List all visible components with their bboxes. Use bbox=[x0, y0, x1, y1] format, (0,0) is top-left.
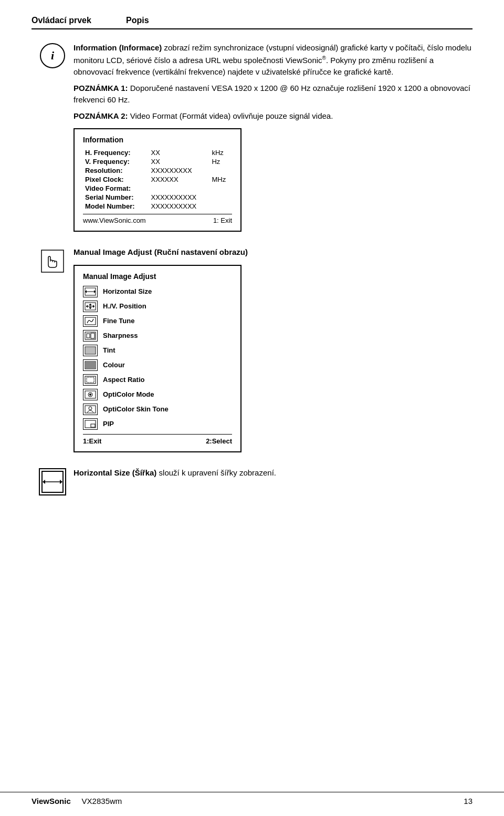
table-row: Serial Number: XXXXXXXXXX bbox=[83, 193, 232, 202]
row-value: XX bbox=[149, 157, 210, 166]
menu-item-label: OptiColor Skin Tone bbox=[103, 405, 169, 413]
menu-item-tint: Tint bbox=[83, 345, 232, 356]
row-unit bbox=[209, 166, 232, 175]
menu-item-label: H./V. Position bbox=[103, 302, 146, 310]
footer-brand: ViewSonic bbox=[32, 797, 71, 805]
icon-cell-hsize bbox=[32, 467, 74, 495]
note1-label: POZNÁMKA 1: bbox=[74, 84, 128, 92]
row-unit: MHz bbox=[209, 175, 232, 184]
menu-item-label: Aspect Ratio bbox=[103, 376, 144, 384]
note2: POZNÁMKA 2: Video Format (Formát videa) … bbox=[74, 110, 472, 122]
menu-footer: 1:Exit 2:Select bbox=[83, 434, 232, 445]
note1-text: Doporučené nastavení VESA 1920 x 1200 @ … bbox=[74, 84, 470, 105]
table-row: V. Frequency: XX Hz bbox=[83, 157, 232, 166]
section-manual-image-adjust: Manual Image Adjust (Ruční nastavení obr… bbox=[32, 246, 472, 452]
svg-point-29 bbox=[89, 407, 92, 410]
hand-icon bbox=[39, 247, 66, 275]
icon-cell-information: i bbox=[32, 42, 74, 68]
information-box: Information H. Frequency: XX kHz V. Freq… bbox=[74, 128, 242, 232]
section-horizontal-size: Horizontal Size (Šířka) slouží k upraven… bbox=[32, 467, 472, 495]
row-value bbox=[149, 184, 210, 193]
information-bold: Information (Informace) bbox=[74, 43, 162, 52]
row-label: Video Format: bbox=[83, 184, 149, 193]
footer-website: www.ViewSonic.com bbox=[83, 216, 146, 224]
infobox-title: Information bbox=[83, 136, 232, 144]
manual-image-description: Manual Image Adjust (Ruční nastavení obr… bbox=[74, 246, 472, 259]
hand-svg bbox=[40, 249, 65, 273]
aspect-ratio-menu-icon bbox=[83, 374, 98, 386]
manual-image-bold: Manual Image Adjust (Ruční nastavení obr… bbox=[74, 247, 248, 256]
horizontal-size-normal: slouží k upravení šířky zobrazení. bbox=[156, 468, 276, 477]
menu-item-aspect-ratio: Aspect Ratio bbox=[83, 374, 232, 386]
row-unit: Hz bbox=[209, 157, 232, 166]
note2-text: Video Format (Formát videa) ovlivňuje po… bbox=[128, 111, 333, 120]
svg-marker-34 bbox=[43, 480, 45, 484]
menu-item-label: Fine Tune bbox=[103, 317, 134, 325]
horizontal-size-menu-icon bbox=[83, 286, 98, 297]
row-label: Pixel Clock: bbox=[83, 175, 149, 184]
svg-marker-13 bbox=[86, 305, 88, 308]
infobox-table: H. Frequency: XX kHz V. Frequency: XX Hz… bbox=[83, 148, 232, 211]
infobox-footer: www.ViewSonic.com 1: Exit bbox=[83, 214, 232, 224]
manual-image-menu: Manual Image Adjust Horizontal Size bbox=[74, 265, 242, 452]
row-label: Model Number: bbox=[83, 202, 149, 211]
menu-item-label: Horizontal Size bbox=[103, 287, 152, 295]
information-icon: i bbox=[40, 43, 65, 68]
row-label: Serial Number: bbox=[83, 193, 149, 202]
row-label: V. Frequency: bbox=[83, 157, 149, 166]
menu-footer-exit: 1:Exit bbox=[83, 437, 101, 445]
sharpness-menu-icon bbox=[83, 330, 98, 342]
menu-item-opticolor-mode: OptiColor Mode bbox=[83, 389, 232, 400]
row-unit bbox=[209, 193, 232, 202]
row-label: Resolution: bbox=[83, 166, 149, 175]
horizontal-size-description: Horizontal Size (Šířka) slouží k upraven… bbox=[74, 467, 472, 479]
menu-title: Manual Image Adjust bbox=[83, 272, 232, 281]
row-value: XXXXXXXXXX bbox=[149, 202, 210, 211]
colour-menu-icon bbox=[83, 359, 98, 371]
svg-marker-11 bbox=[89, 304, 92, 305]
footer-left: ViewSonic VX2835wm bbox=[32, 797, 122, 805]
row-value: XXXXXXXXXX bbox=[149, 193, 210, 202]
footer-right: 13 bbox=[464, 797, 472, 805]
opticolor-mode-menu-icon bbox=[83, 389, 98, 400]
svg-rect-20 bbox=[86, 347, 95, 354]
footer-model: VX2835wm bbox=[82, 797, 122, 805]
table-row: Pixel Clock: XXXXXX MHz bbox=[83, 175, 232, 184]
footer-page: 13 bbox=[464, 797, 472, 805]
svg-rect-22 bbox=[86, 362, 95, 368]
svg-marker-35 bbox=[60, 480, 62, 484]
menu-item-opticolor-skin-tone: OptiColor Skin Tone bbox=[83, 404, 232, 415]
svg-rect-17 bbox=[87, 334, 90, 338]
menu-item-pip: PIP bbox=[83, 418, 232, 430]
menu-item-colour: Colour bbox=[83, 359, 232, 371]
svg-point-27 bbox=[89, 394, 91, 396]
manual-image-text: Manual Image Adjust (Ruční nastavení obr… bbox=[74, 246, 472, 452]
row-value: XXXXXX bbox=[149, 175, 210, 184]
page-footer: ViewSonic VX2835wm 13 bbox=[0, 792, 504, 805]
svg-rect-31 bbox=[91, 424, 95, 427]
row-value: XX bbox=[149, 148, 210, 157]
table-row: Model Number: XXXXXXXXXX bbox=[83, 202, 232, 211]
row-value: XXXXXXXXX bbox=[149, 166, 210, 175]
table-row: H. Frequency: XX kHz bbox=[83, 148, 232, 157]
menu-item-sharpness: Sharpness bbox=[83, 330, 232, 342]
svg-rect-18 bbox=[91, 333, 94, 338]
icon-cell-manual bbox=[32, 246, 74, 275]
header-col1: Ovládací prvek bbox=[32, 16, 126, 25]
menu-footer-select: 2:Select bbox=[206, 437, 232, 445]
row-label: H. Frequency: bbox=[83, 148, 149, 157]
tint-menu-icon bbox=[83, 345, 98, 356]
menu-item-label: PIP bbox=[103, 420, 114, 428]
svg-marker-14 bbox=[93, 305, 94, 308]
horizontal-size-text: Horizontal Size (Šířka) slouží k upraven… bbox=[74, 467, 472, 483]
row-unit: kHz bbox=[209, 148, 232, 157]
menu-item-hv-position: H./V. Position bbox=[83, 301, 232, 312]
row-unit bbox=[209, 184, 232, 193]
menu-item-label: OptiColor Mode bbox=[103, 390, 154, 398]
menu-item-label: Tint bbox=[103, 346, 116, 354]
opticolor-skin-tone-menu-icon bbox=[83, 404, 98, 415]
pip-menu-icon bbox=[83, 418, 98, 430]
information-text: Information (Informace) zobrazí režim sy… bbox=[74, 42, 472, 232]
note1: POZNÁMKA 1: Doporučené nastavení VESA 19… bbox=[74, 82, 472, 106]
horizontal-size-bold: Horizontal Size (Šířka) bbox=[74, 468, 156, 477]
